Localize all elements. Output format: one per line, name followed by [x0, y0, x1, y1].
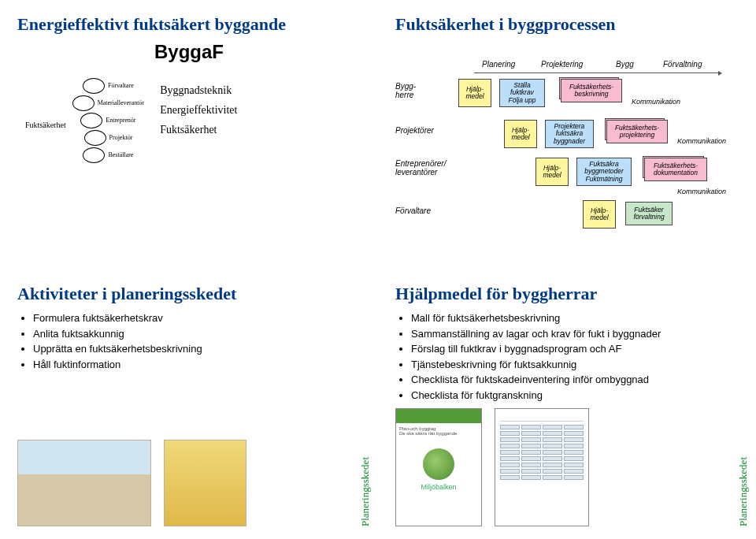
- label-kommunikation: Kommunikation: [677, 137, 726, 145]
- box-stalla-fuktkrav: StällafuktkravFölja upp: [499, 79, 545, 107]
- slide1-right-list: Byggnadsteknik Energieffektivitet Fuktsä…: [160, 77, 237, 140]
- label-kommunikation: Kommunikation: [677, 188, 726, 195]
- process-matrix: Planering Projektering Bygg Förvaltning …: [395, 41, 734, 238]
- box-projektera-fuktsakra: Projekterafuktsäkrabyggnader: [545, 120, 594, 148]
- stage-label: Planeringsskedet: [737, 457, 750, 526]
- chain-label: Materialleverantör: [98, 100, 145, 107]
- slide4-images: Plan-och bygglagDe ska säkra rätt byggan…: [395, 408, 589, 526]
- chain-label: Förvaltare: [108, 83, 134, 90]
- chain-column: Fuktsäkerhet Förvaltare Materialleverant…: [25, 77, 144, 164]
- col-bygg: Bygg: [616, 60, 634, 69]
- right-item: Byggnadsteknik: [160, 80, 237, 100]
- row-projektorer: Projektörer: [395, 126, 452, 135]
- chain-oval: [72, 95, 94, 111]
- right-item: Fuktsäkerhet: [160, 120, 237, 139]
- bullet: Mall för fuktsäkerhetsbeskrivning: [411, 310, 739, 326]
- miljobalken-caption: Miljöbalken: [396, 483, 481, 491]
- chain-oval: [84, 130, 106, 146]
- label-kommunikation: Kommunikation: [632, 98, 680, 106]
- chain-diagram: Förvaltare Materialleverantör Entreprenö…: [72, 77, 145, 164]
- bullet: Anlita fuktsakkunnig: [33, 326, 361, 342]
- chain-oval: [83, 78, 105, 94]
- chain-oval: [80, 113, 102, 128]
- col-planering: Planering: [482, 60, 515, 69]
- bullet: Checklista för fuktgranskning: [411, 388, 739, 403]
- slide-1: Energieffektivt fuktsäkert byggande Bygg…: [0, 0, 378, 270]
- slide3-bullets: Formulera fuktsäkerhetskrav Anlita fukts…: [17, 310, 361, 372]
- slide-2: Fuktsäkerhet i byggprocessen Planering P…: [378, 0, 756, 270]
- col-forvaltning: Förvaltning: [663, 60, 702, 69]
- slide1-title: Energieffektivt fuktsäkert byggande: [17, 14, 361, 35]
- slide2-title: Fuktsäkerhet i byggprocessen: [395, 14, 739, 35]
- bullet: Upprätta en fuktsäkerhetsbeskrivning: [33, 341, 361, 357]
- slide4-bullets: Mall för fuktsäkerhetsbeskrivning Samman…: [395, 310, 739, 403]
- chain-label: Entreprenör: [106, 117, 135, 125]
- chain-label: Projektör: [109, 135, 133, 142]
- building-image: [164, 440, 246, 526]
- box-hjalpmedel: Hjälp-medel: [504, 120, 537, 148]
- chain-label: Beställare: [108, 152, 133, 159]
- box-hjalpmedel: Hjälp-medel: [458, 79, 491, 107]
- bullet: Checklista för fuktskadeinventering infö…: [411, 372, 739, 388]
- chain-oval: [83, 147, 105, 163]
- col-projektering: Projektering: [541, 60, 583, 69]
- box-hjalpmedel: Hjälp-medel: [536, 158, 569, 186]
- bullet: Förslag till fuktkrav i byggnadsprogram …: [411, 341, 739, 357]
- bullet: Sammanställning av lagar och krav för fu…: [411, 326, 739, 342]
- box-hjalpmedel: Hjälp-medel: [583, 200, 616, 229]
- box-fuktsakerhetsprojektering: Fuktsäkerhets-projektering: [606, 120, 668, 143]
- slide3-title: Aktiviteter i planeringsskedet: [17, 284, 361, 304]
- bullet: Formulera fuktsäkerhetskrav: [33, 310, 361, 326]
- box-fuktsakerhetsdokumentation: Fuktsäkerhets-dokumentation: [644, 158, 707, 181]
- row-forvaltare: Förvaltare: [395, 206, 452, 215]
- row-byggherre: Bygg-herre: [395, 82, 452, 99]
- box-fuktsaker-forvaltning: Fuktsäkerförvaltning: [625, 202, 673, 225]
- timeline-arrow: [474, 72, 718, 73]
- stage-label: Planeringsskedet: [359, 457, 372, 526]
- slide-4: Hjälpmedel för byggherrar Mall för fukts…: [378, 270, 756, 539]
- bullet: Håll fuktinformation: [33, 357, 361, 373]
- chain-axis-label: Fuktsäkerhet: [25, 121, 66, 129]
- slide3-images: [17, 440, 246, 526]
- slide1-subtitle: ByggaF: [17, 41, 361, 63]
- box-fuktsakerhetsbeskrivning: Fuktsäkerhets-beskrivning: [561, 79, 622, 102]
- miljobalken-doc: Plan-och bygglagDe ska säkra rätt byggan…: [395, 408, 482, 526]
- tree-icon: [423, 448, 454, 480]
- bullet: Tjänstebeskrivning för fuktsakkunnig: [411, 357, 739, 373]
- requirement-matrix-doc: [495, 408, 589, 526]
- right-item: Energieffektivitet: [160, 100, 237, 120]
- slide4-title: Hjälpmedel för byggherrar: [395, 284, 739, 304]
- slide1-body: Fuktsäkerhet Förvaltare Materialleverant…: [17, 77, 361, 164]
- box-fuktsakra-byggmetoder: FuktsäkrabyggmetoderFuktmätning: [576, 158, 632, 186]
- row-entreprenorer: Entreprenörer/leverantörer: [395, 159, 452, 177]
- model-image: [17, 440, 151, 526]
- slide-3: Aktiviteter i planeringsskedet Formulera…: [0, 270, 378, 539]
